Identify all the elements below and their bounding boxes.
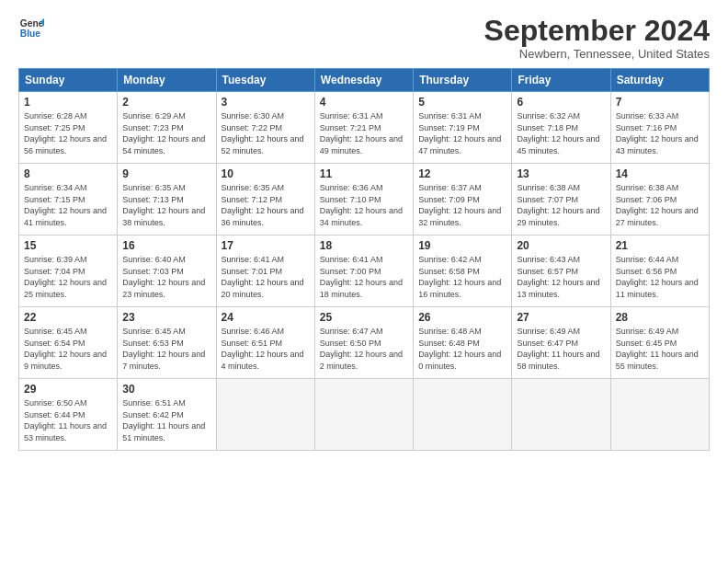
day-number: 3 xyxy=(222,96,310,109)
calendar-week-row: 1 Sunrise: 6:28 AMSunset: 7:25 PMDayligh… xyxy=(19,92,710,164)
table-cell xyxy=(512,379,610,451)
day-number: 30 xyxy=(122,383,210,396)
day-number: 7 xyxy=(616,96,704,109)
table-cell xyxy=(216,379,314,451)
day-info: Sunrise: 6:39 AMSunset: 7:04 PMDaylight:… xyxy=(24,255,107,299)
table-cell: 17 Sunrise: 6:41 AMSunset: 7:01 PMDaylig… xyxy=(216,236,314,307)
logo: General Blue xyxy=(18,15,44,40)
table-cell: 10 Sunrise: 6:35 AMSunset: 7:12 PMDaylig… xyxy=(216,164,314,236)
day-number: 11 xyxy=(320,167,408,180)
table-cell: 7 Sunrise: 6:33 AMSunset: 7:16 PMDayligh… xyxy=(610,92,709,164)
table-cell: 24 Sunrise: 6:46 AMSunset: 6:51 PMDaylig… xyxy=(216,307,314,379)
table-cell: 30 Sunrise: 6:51 AMSunset: 6:42 PMDaylig… xyxy=(118,379,216,451)
day-number: 1 xyxy=(24,96,112,109)
month-title: September 2024 xyxy=(484,15,710,47)
table-cell: 5 Sunrise: 6:31 AMSunset: 7:19 PMDayligh… xyxy=(414,92,512,164)
table-cell: 26 Sunrise: 6:48 AMSunset: 6:48 PMDaylig… xyxy=(414,307,512,379)
calendar-week-row: 8 Sunrise: 6:34 AMSunset: 7:15 PMDayligh… xyxy=(19,164,710,236)
table-cell: 1 Sunrise: 6:28 AMSunset: 7:25 PMDayligh… xyxy=(19,92,118,164)
day-info: Sunrise: 6:38 AMSunset: 7:06 PMDaylight:… xyxy=(616,183,699,227)
calendar-header-row: Sunday Monday Tuesday Wednesday Thursday… xyxy=(19,69,710,92)
table-cell: 18 Sunrise: 6:41 AMSunset: 7:00 PMDaylig… xyxy=(314,236,413,307)
day-info: Sunrise: 6:31 AMSunset: 7:21 PMDaylight:… xyxy=(320,111,403,155)
col-thursday: Thursday xyxy=(414,69,512,92)
day-number: 5 xyxy=(418,96,506,109)
col-tuesday: Tuesday xyxy=(216,69,314,92)
day-info: Sunrise: 6:45 AMSunset: 6:54 PMDaylight:… xyxy=(24,327,107,371)
day-info: Sunrise: 6:44 AMSunset: 6:56 PMDaylight:… xyxy=(616,255,699,299)
table-cell: 16 Sunrise: 6:40 AMSunset: 7:03 PMDaylig… xyxy=(118,236,216,307)
table-cell xyxy=(610,379,709,451)
table-cell: 3 Sunrise: 6:30 AMSunset: 7:22 PMDayligh… xyxy=(216,92,314,164)
day-number: 25 xyxy=(320,311,408,324)
day-info: Sunrise: 6:28 AMSunset: 7:25 PMDaylight:… xyxy=(24,111,107,155)
table-cell: 15 Sunrise: 6:39 AMSunset: 7:04 PMDaylig… xyxy=(19,236,118,307)
day-number: 12 xyxy=(418,167,506,180)
logo-icon: General Blue xyxy=(18,15,44,40)
day-info: Sunrise: 6:36 AMSunset: 7:10 PMDaylight:… xyxy=(320,183,403,227)
day-info: Sunrise: 6:41 AMSunset: 7:00 PMDaylight:… xyxy=(320,255,403,299)
day-number: 28 xyxy=(616,311,704,324)
day-number: 15 xyxy=(24,239,112,252)
day-info: Sunrise: 6:31 AMSunset: 7:19 PMDaylight:… xyxy=(418,111,501,155)
day-info: Sunrise: 6:35 AMSunset: 7:13 PMDaylight:… xyxy=(122,183,205,227)
col-sunday: Sunday xyxy=(19,69,118,92)
table-cell xyxy=(314,379,413,451)
day-number: 4 xyxy=(320,96,408,109)
day-number: 22 xyxy=(24,311,112,324)
day-number: 19 xyxy=(418,239,506,252)
table-cell xyxy=(414,379,512,451)
title-block: September 2024 Newbern, Tennessee, Unite… xyxy=(484,15,710,61)
day-number: 8 xyxy=(24,167,112,180)
day-number: 17 xyxy=(222,239,310,252)
table-cell: 2 Sunrise: 6:29 AMSunset: 7:23 PMDayligh… xyxy=(118,92,216,164)
calendar: Sunday Monday Tuesday Wednesday Thursday… xyxy=(18,68,710,451)
day-info: Sunrise: 6:46 AMSunset: 6:51 PMDaylight:… xyxy=(222,327,304,371)
col-monday: Monday xyxy=(118,69,216,92)
table-cell: 4 Sunrise: 6:31 AMSunset: 7:21 PMDayligh… xyxy=(314,92,413,164)
day-number: 2 xyxy=(122,96,210,109)
day-info: Sunrise: 6:37 AMSunset: 7:09 PMDaylight:… xyxy=(418,183,501,227)
table-cell: 12 Sunrise: 6:37 AMSunset: 7:09 PMDaylig… xyxy=(414,164,512,236)
table-cell: 29 Sunrise: 6:50 AMSunset: 6:44 PMDaylig… xyxy=(19,379,118,451)
header: General Blue September 2024 Newbern, Ten… xyxy=(18,15,710,61)
table-cell: 14 Sunrise: 6:38 AMSunset: 7:06 PMDaylig… xyxy=(610,164,709,236)
day-number: 6 xyxy=(517,96,605,109)
col-saturday: Saturday xyxy=(610,69,709,92)
table-cell: 8 Sunrise: 6:34 AMSunset: 7:15 PMDayligh… xyxy=(19,164,118,236)
table-cell: 22 Sunrise: 6:45 AMSunset: 6:54 PMDaylig… xyxy=(19,307,118,379)
table-cell: 21 Sunrise: 6:44 AMSunset: 6:56 PMDaylig… xyxy=(610,236,709,307)
day-info: Sunrise: 6:43 AMSunset: 6:57 PMDaylight:… xyxy=(517,255,599,299)
day-info: Sunrise: 6:35 AMSunset: 7:12 PMDaylight:… xyxy=(222,183,304,227)
table-cell: 11 Sunrise: 6:36 AMSunset: 7:10 PMDaylig… xyxy=(314,164,413,236)
day-number: 20 xyxy=(517,239,605,252)
day-info: Sunrise: 6:51 AMSunset: 6:42 PMDaylight:… xyxy=(122,398,205,442)
day-info: Sunrise: 6:30 AMSunset: 7:22 PMDaylight:… xyxy=(222,111,304,155)
calendar-week-row: 22 Sunrise: 6:45 AMSunset: 6:54 PMDaylig… xyxy=(19,307,710,379)
day-number: 23 xyxy=(122,311,210,324)
day-info: Sunrise: 6:34 AMSunset: 7:15 PMDaylight:… xyxy=(24,183,107,227)
day-info: Sunrise: 6:41 AMSunset: 7:01 PMDaylight:… xyxy=(222,255,304,299)
day-number: 24 xyxy=(222,311,310,324)
day-info: Sunrise: 6:40 AMSunset: 7:03 PMDaylight:… xyxy=(122,255,205,299)
day-info: Sunrise: 6:42 AMSunset: 6:58 PMDaylight:… xyxy=(418,255,501,299)
table-cell: 28 Sunrise: 6:49 AMSunset: 6:45 PMDaylig… xyxy=(610,307,709,379)
day-info: Sunrise: 6:38 AMSunset: 7:07 PMDaylight:… xyxy=(517,183,599,227)
day-info: Sunrise: 6:48 AMSunset: 6:48 PMDaylight:… xyxy=(418,327,501,371)
day-info: Sunrise: 6:50 AMSunset: 6:44 PMDaylight:… xyxy=(24,398,107,442)
table-cell: 23 Sunrise: 6:45 AMSunset: 6:53 PMDaylig… xyxy=(118,307,216,379)
col-friday: Friday xyxy=(512,69,610,92)
table-cell: 19 Sunrise: 6:42 AMSunset: 6:58 PMDaylig… xyxy=(414,236,512,307)
day-info: Sunrise: 6:33 AMSunset: 7:16 PMDaylight:… xyxy=(616,111,699,155)
calendar-week-row: 15 Sunrise: 6:39 AMSunset: 7:04 PMDaylig… xyxy=(19,236,710,307)
day-info: Sunrise: 6:47 AMSunset: 6:50 PMDaylight:… xyxy=(320,327,403,371)
svg-text:Blue: Blue xyxy=(20,29,41,39)
day-info: Sunrise: 6:45 AMSunset: 6:53 PMDaylight:… xyxy=(122,327,205,371)
day-number: 10 xyxy=(222,167,310,180)
page: General Blue September 2024 Newbern, Ten… xyxy=(0,0,728,462)
svg-text:General: General xyxy=(20,18,44,29)
day-number: 29 xyxy=(24,383,112,396)
location: Newbern, Tennessee, United States xyxy=(484,47,710,61)
day-number: 21 xyxy=(616,239,704,252)
table-cell: 27 Sunrise: 6:49 AMSunset: 6:47 PMDaylig… xyxy=(512,307,610,379)
